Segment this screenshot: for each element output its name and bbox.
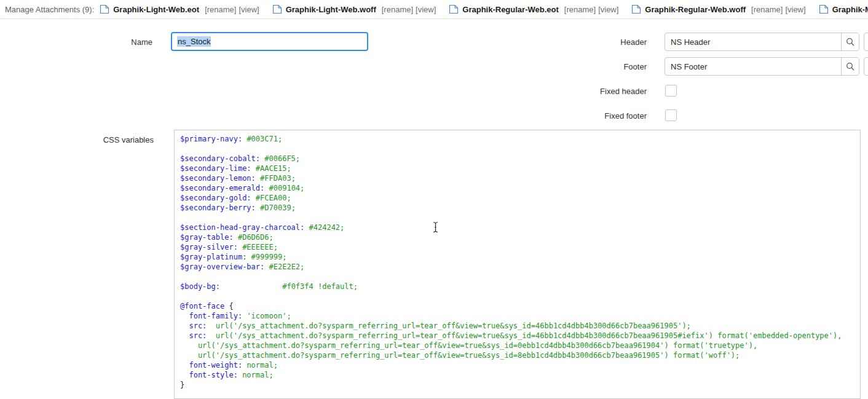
fixed-header-checkbox[interactable] (665, 85, 677, 97)
footer-lookup-button[interactable] (841, 58, 859, 75)
attachment-filename[interactable]: Graphik-Regular-Web.eot (462, 5, 559, 14)
attachment-filename[interactable]: Graphik-Medium-Web.eot (832, 5, 868, 14)
text-cursor-pointer (432, 221, 440, 233)
code-line: $body-bg: #f0f3f4 !default; (180, 282, 860, 291)
css-variables-label: CSS variables (38, 135, 154, 144)
attachment-rename-link[interactable]: [rename] (382, 5, 413, 14)
attachment-filename[interactable]: Graphik-Light-Web.eot (113, 5, 199, 14)
search-icon (846, 62, 855, 71)
attachment-view-link[interactable]: [view] (416, 5, 436, 14)
code-line: @font-face { (180, 301, 860, 311)
code-line: $primary-navy: #003C71; (180, 134, 860, 144)
name-input-value: ns_Stock (177, 36, 211, 47)
code-line: } (180, 380, 860, 390)
attachment-view-link[interactable]: [view] (239, 5, 259, 14)
fixed-footer-label: Fixed footer (531, 111, 647, 120)
attachment-rename-link[interactable]: [rename] (205, 5, 236, 14)
code-line: $section-head-gray-charcoal: #424242; (180, 223, 860, 232)
code-line: $secondary-gold: #FCEA00; (180, 193, 860, 203)
code-line: $gray-table: #D6D6D6; (180, 232, 860, 242)
code-line: $secondary-lemon: #FFDA03; (180, 173, 860, 183)
footer-extra-button[interactable] (864, 57, 868, 76)
form-page: Manage Attachments (9): Graphik-Light-We… (0, 0, 868, 399)
attachment-rename-link[interactable]: [rename] (564, 5, 596, 14)
code-line (180, 291, 860, 301)
code-line: $gray-overview-bar: #E2E2E2; (180, 262, 860, 272)
document-icon (272, 4, 282, 14)
attachment-item: Graphik-Light-Web.eot [rename] [view] (100, 4, 261, 14)
code-line: font-family: 'icomoon'; (180, 311, 860, 321)
attachment-item: Graphik-Light-Web.woff [rename] [view] (272, 4, 439, 14)
code-line: font-style: normal; (180, 370, 860, 380)
name-label: Name (37, 38, 152, 47)
attachment-item: Graphik-Medium-Web.eot [rename] [view] (819, 4, 868, 14)
attachment-filename[interactable]: Graphik-Regular-Web.woff (645, 5, 746, 14)
code-line: url('/sys_attachment.do?sysparm_referrin… (180, 341, 860, 350)
code-line (180, 272, 860, 282)
manage-attachments-label: Manage Attachments (9): (5, 5, 94, 14)
code-line: font-weight: normal; (180, 360, 860, 370)
attachment-filename[interactable]: Graphik-Light-Web.woff (286, 5, 376, 14)
code-line: $gray-silver: #EEEEEE; (180, 242, 860, 252)
document-icon (100, 4, 109, 14)
code-line: $secondary-berry: #D70039; (180, 203, 860, 213)
css-variables-editor[interactable]: $primary-navy: #003C71; $secondary-cobal… (174, 130, 861, 399)
header-extra-button[interactable] (864, 33, 868, 51)
manage-attachments-bar: Manage Attachments (9): Graphik-Light-We… (0, 0, 868, 19)
name-input[interactable]: ns_Stock (171, 32, 368, 51)
attachment-view-link[interactable]: [view] (598, 5, 618, 14)
attachment-rename-link[interactable]: [rename] (751, 5, 783, 14)
attachment-item: Graphik-Regular-Web.eot [rename] [view] (449, 4, 621, 14)
header-input[interactable]: NS Header (665, 33, 841, 50)
document-icon (449, 4, 459, 14)
code-line (180, 213, 860, 223)
code-line: $secondary-lime: #AACE15; (180, 164, 860, 173)
header-lookup-button[interactable] (841, 33, 859, 50)
footer-input[interactable]: NS Footer (665, 58, 841, 75)
search-icon (846, 38, 855, 47)
code-line: $secondary-cobalt: #0066F5; (180, 154, 860, 164)
code-line: $gray-platinum: #999999; (180, 252, 860, 262)
header-label: Header (531, 38, 647, 47)
fixed-footer-checkbox[interactable] (665, 109, 677, 121)
document-icon (819, 4, 829, 14)
footer-label: Footer (531, 62, 647, 71)
fixed-header-label: Fixed header (531, 87, 647, 96)
attachment-item: Graphik-Regular-Web.woff [rename] [view] (631, 4, 808, 14)
code-line: url('/sys_attachment.do?sysparm_referrin… (180, 350, 860, 360)
code-line: src: url('/sys_attachment.do?sysparm_ref… (180, 331, 860, 341)
attachment-view-link[interactable]: [view] (785, 5, 805, 14)
attachments-list: Graphik-Light-Web.eot [rename] [view] Gr… (100, 4, 868, 14)
header-reference-field: NS Header (665, 33, 859, 51)
footer-reference-field: NS Footer (665, 57, 859, 76)
code-line (180, 144, 860, 154)
code-line: $secondary-emerald: #009104; (180, 183, 860, 193)
code-line: src: url('/sys_attachment.do?sysparm_ref… (180, 321, 860, 331)
document-icon (631, 4, 641, 14)
